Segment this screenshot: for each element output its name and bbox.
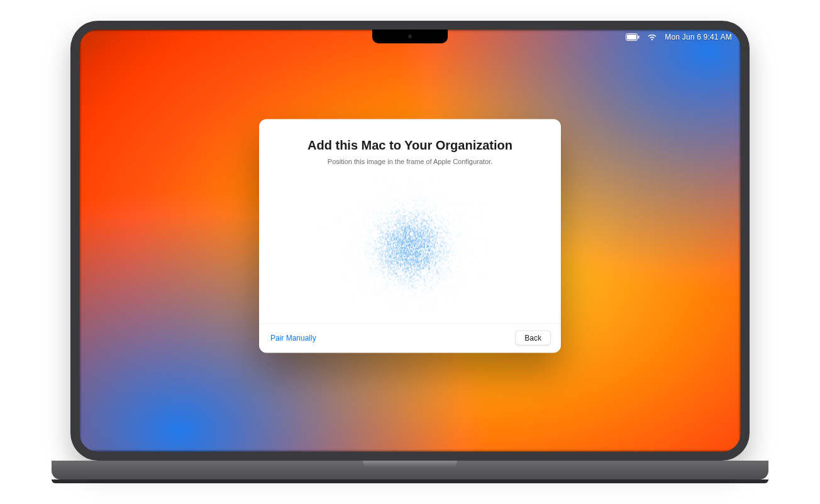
laptop-screen: Mon Jun 6 9:41 AM Add this Mac to Your O…	[79, 30, 741, 452]
laptop-mockup: Mon Jun 6 9:41 AM Add this Mac to Your O…	[52, 21, 768, 483]
pair-manually-button[interactable]: Pair Manually	[269, 331, 318, 345]
svg-rect-1	[627, 35, 636, 40]
laptop-foot	[52, 479, 768, 483]
wifi-icon[interactable]	[647, 33, 657, 41]
dialog-body: Add this Mac to Your Organization Positi…	[259, 119, 561, 324]
dialog-title: Add this Mac to Your Organization	[277, 138, 543, 153]
display-notch	[372, 30, 448, 43]
pairing-particle-image	[316, 174, 504, 312]
dialog-subtitle: Position this image in the frame of Appl…	[277, 158, 543, 165]
battery-full-icon[interactable]	[626, 33, 640, 41]
dialog-footer: Pair Manually Back	[259, 324, 561, 353]
svg-rect-2	[638, 36, 640, 39]
setup-dialog: Add this Mac to Your Organization Positi…	[259, 119, 561, 353]
menu-bar-clock[interactable]: Mon Jun 6 9:41 AM	[665, 33, 732, 41]
laptop-lid: Mon Jun 6 9:41 AM Add this Mac to Your O…	[70, 21, 750, 461]
stage: Mon Jun 6 9:41 AM Add this Mac to Your O…	[0, 0, 820, 504]
laptop-base	[52, 461, 768, 479]
back-button[interactable]: Back	[515, 331, 551, 346]
